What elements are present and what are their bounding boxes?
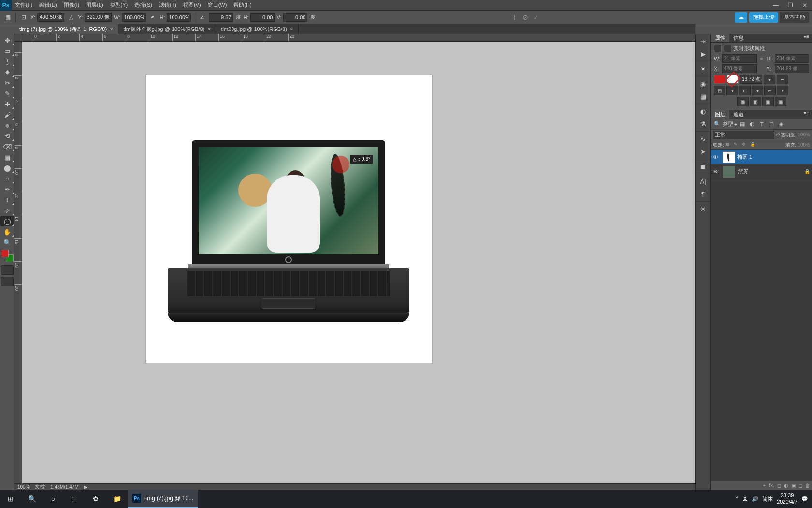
filter-smart-icon[interactable]: ◈	[777, 120, 785, 129]
folder-icon[interactable]: ▣	[791, 483, 796, 488]
align-top-btn[interactable]: ⊟	[714, 86, 725, 95]
layer-name-label[interactable]: 背景	[737, 168, 748, 175]
mask-icon[interactable]: ◻	[777, 483, 781, 488]
lock-all-icon[interactable]: 🔒	[750, 142, 757, 149]
combine-3[interactable]: ▣	[762, 97, 774, 106]
brush-panel-icon[interactable]: ✷	[696, 62, 710, 75]
filter-adj-icon[interactable]: ◐	[748, 120, 756, 129]
transform-tool-icon[interactable]: ▦	[3, 13, 13, 22]
history-panel-icon[interactable]: ▶	[696, 47, 710, 60]
para-panel-icon[interactable]: ➤	[696, 145, 710, 158]
warp-mode-icon[interactable]: ⌇	[510, 13, 519, 22]
menu-image[interactable]: 图像(I)	[60, 1, 83, 9]
h-prop-field[interactable]: 234 像素	[775, 54, 810, 63]
zoom-tool[interactable]: 🔍	[0, 237, 14, 248]
eyedropper-tool[interactable]: ✎	[0, 88, 14, 99]
reference-point-icon[interactable]: ⊡	[19, 13, 29, 22]
menu-file[interactable]: 文件(F)	[12, 1, 36, 9]
cancel-transform[interactable]: ⊘	[521, 13, 530, 22]
cortana-icon[interactable]: ○	[43, 490, 64, 508]
combine-4[interactable]: ▣	[775, 97, 786, 106]
filter-type2-icon[interactable]: T	[757, 120, 766, 129]
join-dropdown[interactable]: ▾	[777, 86, 788, 95]
stroke-width-field[interactable]: 13.72 点	[740, 75, 762, 84]
layer-thumb[interactable]	[723, 166, 735, 178]
visibility-icon[interactable]: 👁	[713, 169, 721, 175]
doc-tab-1[interactable]: timg (7).jpg @ 100% (椭圆 1, RGB/8) ×	[14, 24, 118, 34]
angle-field[interactable]	[209, 13, 233, 22]
settings-panel-icon[interactable]: ✕	[696, 203, 710, 215]
glyph-panel-icon[interactable]: A|	[696, 175, 710, 188]
fill-swatch[interactable]	[714, 75, 725, 84]
para2-panel-icon[interactable]: ¶	[696, 188, 710, 200]
gradient-tool[interactable]: ▤	[0, 152, 14, 163]
info-tab[interactable]: 信息	[729, 34, 748, 42]
aspect-link-icon[interactable]: ⚭	[148, 13, 158, 22]
search-icon[interactable]: 🔍	[21, 490, 43, 508]
hskew-field[interactable]	[250, 13, 275, 22]
stroke-dash-dropdown[interactable]: ━	[777, 75, 788, 84]
adjustments-panel-icon[interactable]: ◐	[696, 105, 710, 118]
layer-ellipse-1[interactable]: 👁 椭圆 1	[711, 150, 812, 164]
align-middle-btn[interactable]: ▾	[726, 86, 738, 95]
brush-tool[interactable]: 🖌	[0, 109, 14, 120]
commit-transform[interactable]: ✓	[532, 13, 540, 22]
h-field[interactable]	[167, 13, 191, 22]
opacity-field[interactable]: 100%	[798, 132, 810, 137]
fill-field[interactable]: 100%	[798, 142, 810, 148]
fx-icon[interactable]: fx.	[769, 483, 774, 488]
foreground-swatch[interactable]	[1, 250, 9, 257]
x-field[interactable]	[37, 13, 64, 22]
y-prop-field[interactable]: 204.99 像	[775, 64, 810, 73]
lasso-tool[interactable]: ⟆	[0, 56, 14, 67]
lock-pos-icon[interactable]: ✥	[742, 142, 749, 149]
w-prop-field[interactable]: 21 像素	[722, 54, 757, 63]
status-arrow-icon[interactable]: ▶	[84, 484, 87, 490]
cap-dropdown[interactable]: ▾	[752, 86, 763, 95]
tray-clock[interactable]: 23:39 2020/4/7	[777, 493, 798, 505]
marquee-tool[interactable]: ▭	[0, 45, 14, 56]
cloud-icon[interactable]: ☁	[735, 12, 747, 23]
doc-tab-3[interactable]: tim23g.jpg @ 100%(RGB/8) ×	[216, 24, 299, 34]
task-view-icon[interactable]: ▥	[64, 490, 85, 508]
start-button[interactable]: ⊞	[0, 490, 21, 508]
cap-btn[interactable]: ⊏	[739, 86, 751, 95]
tray-chevron-icon[interactable]: ˄	[736, 496, 739, 502]
color-swatches[interactable]	[1, 250, 14, 262]
panel-menu-icon[interactable]: ▾≡	[801, 110, 812, 119]
menu-view[interactable]: 视图(V)	[180, 1, 204, 9]
tray-notifications-icon[interactable]: 💬	[801, 496, 808, 502]
quick-mask-toggle[interactable]	[1, 265, 14, 275]
w-field[interactable]	[122, 13, 146, 22]
lock-icon[interactable]: 🔒	[804, 169, 810, 174]
shape-tool[interactable]: ◯	[0, 216, 14, 226]
close-icon[interactable]: ×	[110, 26, 113, 32]
tray-network-icon[interactable]: 🖧	[742, 496, 748, 502]
menu-filter[interactable]: 滤镜(T)	[156, 1, 180, 9]
lock-pixels-icon[interactable]: ▦	[725, 142, 732, 149]
layers-tab[interactable]: 图层	[711, 110, 729, 119]
file-explorer-icon[interactable]: 📁	[106, 490, 128, 508]
blur-tool[interactable]: ⬤	[0, 163, 14, 173]
menu-help[interactable]: 帮助(H)	[230, 1, 255, 9]
vskew-field[interactable]	[283, 13, 307, 22]
window-minimize[interactable]: —	[768, 0, 783, 10]
healing-tool[interactable]: ✚	[0, 99, 14, 109]
link-wh-icon[interactable]: ⚭	[758, 55, 765, 62]
combine-2[interactable]: ▣	[750, 97, 761, 106]
stamp-tool[interactable]: ⎈	[0, 120, 14, 131]
eraser-tool[interactable]: ⌫	[0, 141, 14, 152]
x-prop-field[interactable]: 480 像素	[722, 64, 757, 73]
lock-paint-icon[interactable]: ✎	[734, 142, 740, 149]
crop-tool[interactable]: ✂	[0, 77, 14, 88]
blend-mode-dropdown[interactable]: 正常	[713, 131, 774, 139]
menu-edit[interactable]: 编辑(E)	[36, 1, 60, 9]
menu-window[interactable]: 窗口(W)	[204, 1, 231, 9]
delete-layer-icon[interactable]: 🗑	[805, 483, 810, 488]
tray-volume-icon[interactable]: 🔊	[752, 496, 758, 502]
workspace-dropdown[interactable]: 基本功能	[780, 12, 809, 23]
hand-tool[interactable]: ✋	[0, 226, 14, 237]
window-restore[interactable]: ❐	[783, 0, 798, 10]
delta-icon[interactable]: △	[66, 13, 76, 22]
zoom-level[interactable]: 100%	[17, 484, 30, 490]
